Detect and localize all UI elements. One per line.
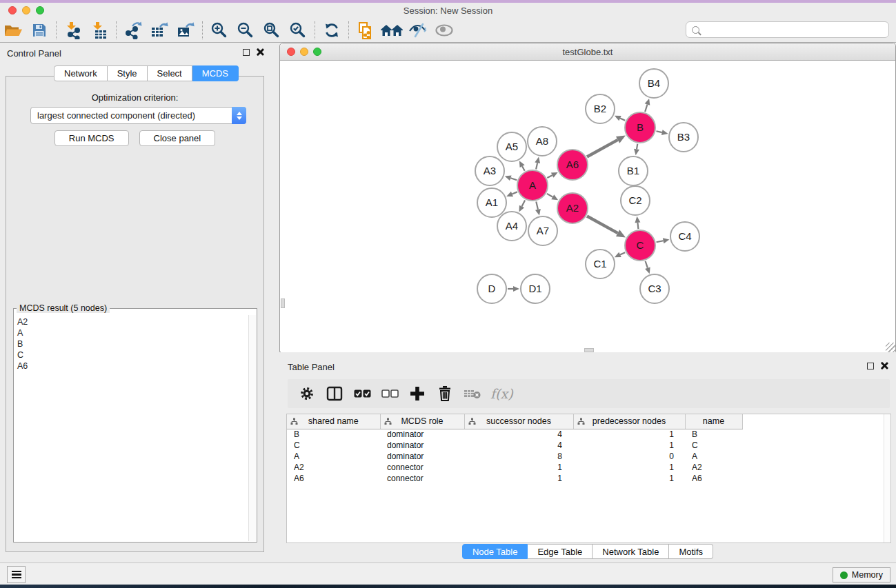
zoom-fit-button[interactable] [259, 20, 285, 41]
table-cell[interactable]: 4 [464, 429, 573, 440]
zoom-in-button[interactable] [206, 20, 232, 41]
network-overview-button[interactable] [379, 20, 405, 41]
table-cell[interactable]: dominator [380, 451, 464, 462]
graph-edge-A-A8[interactable] [536, 163, 537, 169]
canvas-horizontal-scroll-thumb[interactable] [584, 348, 594, 352]
mcds-result-item[interactable]: C [17, 349, 246, 361]
graph-edge-C-C2[interactable] [637, 223, 638, 229]
graph-edge-A-A4[interactable] [522, 200, 526, 206]
run-mcds-button[interactable]: Run MCDS [54, 130, 129, 146]
table-cell[interactable]: A6 [685, 473, 742, 484]
open-file-button[interactable] [0, 20, 26, 41]
mcds-result-item[interactable]: A2 [17, 316, 246, 327]
graph-edge-A-A3[interactable] [510, 178, 517, 180]
show-graphics-details-button[interactable] [431, 20, 457, 41]
search-box[interactable] [686, 21, 889, 38]
table-cell[interactable]: A6 [287, 473, 380, 484]
table-cell[interactable]: connector [380, 462, 464, 473]
search-input[interactable] [704, 25, 883, 35]
table-cell[interactable]: dominator [380, 440, 464, 451]
graph-edge-C-C4[interactable] [657, 241, 664, 242]
tab-network[interactable]: Network [54, 65, 108, 81]
graph-edge-B-B1[interactable] [637, 144, 637, 150]
select-all-button[interactable] [350, 382, 375, 405]
mcds-result-item[interactable]: A6 [17, 361, 246, 372]
graph-edge-A-A5[interactable] [522, 166, 525, 171]
table-cell[interactable]: 1 [573, 462, 685, 473]
table-cell[interactable]: dominator [380, 429, 464, 440]
minimize-window-button[interactable] [22, 6, 30, 14]
table-row[interactable]: Adominator80A [287, 451, 742, 462]
graph-edge-B-B3[interactable] [656, 131, 661, 132]
float-panel-icon[interactable] [243, 49, 250, 56]
zoom-selected-button[interactable] [285, 20, 311, 41]
tab-mcds[interactable]: MCDS [192, 65, 239, 81]
table-cell[interactable]: B [287, 429, 380, 440]
column-header[interactable]: shared name [287, 414, 380, 429]
function-builder-button[interactable]: f(x) [490, 386, 513, 401]
table-cell[interactable]: 0 [573, 451, 685, 462]
table-cell[interactable]: A [287, 451, 380, 462]
new-network-from-selection-button[interactable] [352, 20, 379, 41]
table-cell[interactable]: C [685, 440, 742, 451]
float-table-panel-icon[interactable] [867, 363, 874, 369]
table-row[interactable]: Bdominator41B [287, 429, 742, 440]
close-panel-button[interactable]: Close panel [139, 130, 216, 146]
column-header[interactable]: MCDS role [380, 414, 464, 429]
graph-edge-A2-C[interactable] [587, 216, 618, 234]
table-row[interactable]: A2connector11A2 [287, 462, 742, 473]
export-image-button[interactable] [172, 20, 199, 41]
maximize-network-window-button[interactable] [313, 48, 321, 56]
window-resize-grip[interactable] [886, 343, 895, 352]
table-row[interactable]: Cdominator41C [287, 440, 742, 451]
table-cell[interactable]: B [685, 429, 742, 440]
table-cell[interactable]: 1 [573, 473, 685, 484]
close-table-panel-icon[interactable] [880, 362, 888, 369]
delete-button[interactable] [432, 382, 457, 405]
table-scrollbar[interactable] [884, 414, 890, 543]
tab-select[interactable]: Select [148, 65, 192, 81]
show-columns-button[interactable] [322, 382, 347, 405]
table-cell[interactable]: 4 [464, 440, 573, 451]
close-network-window-button[interactable] [287, 48, 295, 56]
refresh-button[interactable] [319, 20, 345, 41]
import-network-button[interactable] [60, 20, 86, 41]
table-cell[interactable]: 8 [464, 451, 573, 462]
table-cell[interactable]: A2 [685, 462, 742, 473]
delete-table-button[interactable] [460, 382, 485, 405]
deselect-all-button[interactable] [377, 382, 402, 405]
graph-edge-A6-B[interactable] [587, 140, 618, 157]
table-cell[interactable]: A [685, 451, 742, 462]
network-window-titlebar[interactable]: testGlobe.txt [280, 43, 895, 61]
graph-edge-B-B4[interactable] [645, 105, 647, 112]
close-panel-icon[interactable] [256, 48, 263, 56]
table-cell[interactable]: 1 [464, 462, 573, 473]
graph-edge-C-C1[interactable] [620, 252, 625, 254]
graph-edge-A-A7[interactable] [536, 201, 538, 209]
graph-edge-A-A2[interactable] [547, 194, 552, 197]
tab-edge-table[interactable]: Edge Table [528, 544, 593, 559]
mcds-result-item[interactable]: B [17, 338, 246, 349]
save-session-button[interactable] [26, 20, 52, 41]
memory-button[interactable]: Memory [833, 567, 890, 582]
criterion-select[interactable]: largest connected component (directed) [30, 107, 246, 124]
column-header[interactable]: successor nodes [464, 414, 573, 429]
mcds-result-scrollbar[interactable] [248, 315, 256, 541]
graph-edge-A-A6[interactable] [547, 175, 552, 178]
graph-edge-C-C3[interactable] [646, 261, 648, 268]
hide-graphics-details-button[interactable] [405, 20, 431, 41]
zoom-out-button[interactable] [232, 20, 259, 41]
table-cell[interactable]: A2 [287, 462, 380, 473]
table-cell[interactable]: 1 [464, 473, 573, 484]
minimize-network-window-button[interactable] [300, 48, 308, 56]
add-button[interactable] [405, 382, 430, 405]
tab-style[interactable]: Style [108, 65, 148, 81]
canvas-vertical-scroll-thumb[interactable] [281, 298, 285, 308]
tab-node-table[interactable]: Node Table [462, 544, 528, 559]
tab-motifs[interactable]: Motifs [669, 544, 713, 559]
table-row[interactable]: A6connector11A6 [287, 473, 742, 484]
mcds-result-list[interactable]: A2ABCA6 [14, 315, 248, 541]
task-history-button[interactable] [7, 566, 26, 583]
tab-network-table[interactable]: Network Table [593, 544, 669, 559]
table-settings-button[interactable] [295, 382, 319, 405]
